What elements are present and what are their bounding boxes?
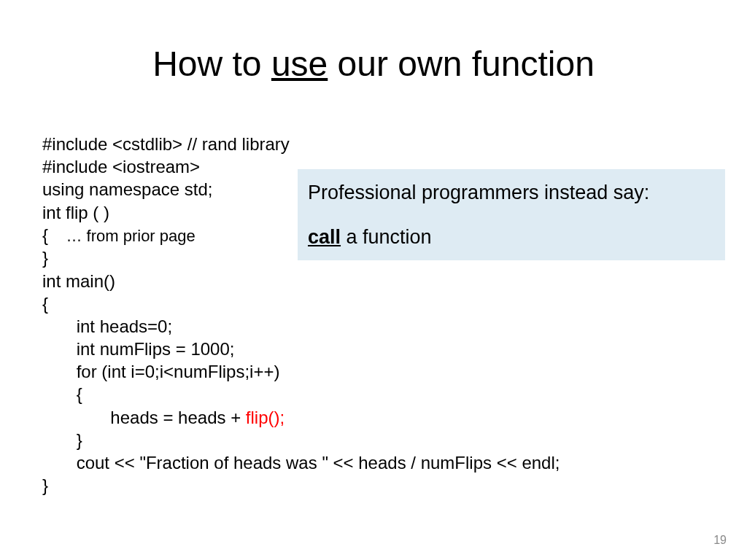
callout-box: Professional programmers instead say: ca… [298,169,725,260]
code-line-5-note: … from prior page [48,227,196,245]
slide: How to use our own function #include <cs… [0,0,747,560]
code-line-11: for (int i=0;i<numFlips;i++) [42,362,279,381]
code-line-9: int heads=0; [42,316,172,336]
code-line-4: int flip ( ) [42,203,109,222]
code-line-13-pre: heads = heads + [42,408,246,427]
code-line-2: #include <iostream> [42,157,200,176]
code-line-8: { [42,294,48,314]
code-line-3: using namespace std; [42,179,212,199]
callout-line-1: Professional programmers instead say: [308,179,715,206]
code-line-14: } [42,430,82,450]
callout-line-2: call a function [308,224,715,250]
code-line-1: #include <cstdlib> // rand library [42,134,290,154]
code-line-13-call: flip(); [246,408,285,427]
code-line-12: { [42,384,82,404]
code-line-5-brace: { [42,225,48,245]
title-underlined: use [271,44,328,83]
slide-title: How to use our own function [0,44,747,84]
callout-spacer [308,206,715,223]
code-line-15: cout << "Fraction of heads was " << head… [42,453,560,472]
code-line-16: } [42,475,48,495]
page-number: 19 [713,534,727,547]
code-line-7: int main() [42,271,115,291]
title-post: our own function [328,44,595,83]
title-pre: How to [152,44,271,83]
code-line-10: int numFlips = 1000; [42,339,234,359]
callout-strong: call [308,226,341,248]
callout-rest: a function [341,226,432,248]
code-line-6: } [42,248,48,268]
